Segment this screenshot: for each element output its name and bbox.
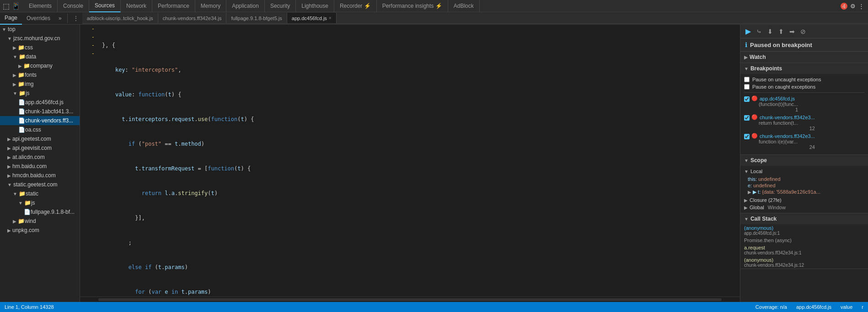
more-options[interactable]: ⋮ xyxy=(70,15,82,21)
expand-arrow-top[interactable]: ▼ xyxy=(2,27,6,32)
tree-item-at-alicdn[interactable]: ▶ at.alicdn.com xyxy=(0,153,80,162)
expand-arrow[interactable]: ▼ xyxy=(13,191,17,196)
tab-adblock[interactable]: AdBlock xyxy=(448,0,480,12)
tab-lighthouse[interactable]: Lighthouse xyxy=(296,0,334,12)
tree-item-js-static[interactable]: ▼ 📁 js xyxy=(0,198,80,207)
tree-item-wind[interactable]: ▶ 📁 wind xyxy=(0,217,80,226)
scope-header[interactable]: ▼ Scope xyxy=(740,155,868,166)
file-tab-fullpage[interactable]: fullpage.9.1.8-bfget5.js xyxy=(226,13,287,24)
resume-button[interactable]: ▶ xyxy=(744,27,752,36)
breakpoints-header[interactable]: ▼ Breakpoints xyxy=(740,63,868,74)
tab-network[interactable]: Network xyxy=(121,0,152,12)
tree-item-fonts[interactable]: ▶ 📁 fonts xyxy=(0,70,80,79)
tree-item-company[interactable]: ▶ 📁 company xyxy=(0,61,80,70)
file-tab-app[interactable]: app.dc456fcd.js × xyxy=(287,13,337,24)
scope-t[interactable]: ▶ ▶ t: {data: '5588a9e126c91a... xyxy=(748,189,861,196)
tree-item-static-folder[interactable]: ▼ 📁 static xyxy=(0,189,80,198)
bp-checkbox-1[interactable] xyxy=(744,96,750,102)
file-tree: ▼ top ▼ jzsc.mohurd.gov.cn ▶ 📁 css ▼ 📁 d… xyxy=(0,25,80,302)
scope-global-label: Global xyxy=(750,205,764,210)
tab-application[interactable]: Application xyxy=(226,0,265,12)
tab-recorder[interactable]: Recorder ⚡ xyxy=(334,0,377,12)
tree-item-unpkg[interactable]: ▶ unpkg.com xyxy=(0,226,80,235)
scope-local-header[interactable]: ▼ Local xyxy=(744,168,864,175)
expand-arrow-data[interactable]: ▼ xyxy=(13,54,17,59)
tree-item-hm-baidu[interactable]: ▶ hm.baidu.com xyxy=(0,162,80,171)
file-tab-chunk-vendors[interactable]: chunk-vendors.ff342e34.js xyxy=(158,13,227,24)
tree-item-css[interactable]: ▶ 📁 css xyxy=(0,43,80,52)
expand-arrow[interactable]: ▶ xyxy=(7,137,11,142)
step-button[interactable]: ➡ xyxy=(788,28,796,35)
tree-label: oa.css xyxy=(25,127,41,133)
tree-label: hmcdn.baidu.com xyxy=(12,172,56,179)
bp-item-1[interactable]: 🔴 app.dc456fcd.js (function(t){func... 1 xyxy=(744,95,864,113)
close-tab-button[interactable]: × xyxy=(329,16,332,21)
tree-item-hmcdn-baidu[interactable]: ▶ hmcdn.baidu.com xyxy=(0,171,80,180)
pause-caught-checkbox[interactable] xyxy=(744,84,750,90)
expand-arrow[interactable]: ▶ xyxy=(13,219,16,224)
sub-toolbar-more[interactable]: » xyxy=(55,15,65,21)
tab-performance[interactable]: Performance xyxy=(152,0,195,12)
tree-item-api-geetest[interactable]: ▶ api.geetest.com xyxy=(0,134,80,143)
step-out-button[interactable]: ⬆ xyxy=(777,28,785,35)
callstack-item-2[interactable]: a.request chunk-vendors.ff342e34.js:1 xyxy=(740,244,868,256)
expand-arrow-jzsc[interactable]: ▼ xyxy=(7,36,12,41)
expand-arrow[interactable]: ▶ xyxy=(7,228,11,233)
tree-item-domain-jzsc[interactable]: ▼ jzsc.mohurd.gov.cn xyxy=(0,34,80,43)
step-over-button[interactable]: ⤷ xyxy=(755,28,763,35)
bp-checkbox-2[interactable] xyxy=(744,115,750,121)
inspect-icon[interactable]: ⬚ xyxy=(3,2,10,11)
expand-arrow-company[interactable]: ▶ xyxy=(18,63,22,69)
tree-item-api-geevisit[interactable]: ▶ api.geevisit.com xyxy=(0,143,80,153)
expand-arrow[interactable]: ▼ xyxy=(7,182,12,187)
expand-arrow[interactable]: ▶ xyxy=(7,146,11,151)
tree-item-js[interactable]: ▼ 📁 js xyxy=(0,89,80,98)
scope-global-header[interactable]: ▶ Global Window xyxy=(744,204,864,211)
file-tab-adblock[interactable]: adblock-uiscrip..tclick_hook.js xyxy=(82,13,158,24)
step-into-button[interactable]: ⬇ xyxy=(766,28,774,35)
settings-icon[interactable]: ⚙ xyxy=(850,3,856,10)
tree-item-chunk1[interactable]: 📄 chunk-1abcfd41.3... xyxy=(0,107,80,116)
bp-item-2[interactable]: 🔴 chunk-vendors.ff342e3... return functi… xyxy=(744,113,864,132)
code-editor[interactable]: - - - - xyxy=(80,25,740,296)
scope-closure-header[interactable]: ▶ Closure (27fe) xyxy=(744,196,864,204)
sub-tab-overrides[interactable]: Overrides xyxy=(22,12,55,25)
expand-arrow-img[interactable]: ▶ xyxy=(13,82,16,87)
tab-memory[interactable]: Memory xyxy=(195,0,226,12)
callstack-item-3[interactable]: (anonymous) chunk-vendors.ff342e34.js:12 xyxy=(740,256,868,269)
tab-elements[interactable]: Elements xyxy=(23,0,58,12)
expand-arrow-js[interactable]: ▼ xyxy=(13,91,17,96)
callstack-item-1[interactable]: (anonymous) app.dc456fcd.js:1 xyxy=(740,224,868,237)
sub-tab-page[interactable]: Page xyxy=(0,12,22,25)
tab-security[interactable]: Security xyxy=(265,0,296,12)
horizontal-scrollbar[interactable] xyxy=(80,296,740,302)
pause-uncaught-checkbox[interactable] xyxy=(744,77,750,82)
pause-uncaught-item[interactable]: Pause on uncaught exceptions xyxy=(744,76,864,83)
expand-arrow[interactable]: ▼ xyxy=(18,201,23,206)
expand-arrow[interactable]: ▶ xyxy=(7,173,11,178)
pause-caught-item[interactable]: Pause on caught exceptions xyxy=(744,83,864,90)
deactivate-button[interactable]: ⊘ xyxy=(799,28,807,35)
expand-arrow[interactable]: ▶ xyxy=(7,155,11,160)
tree-item-chunk-vendors[interactable]: 📄 chunk-vendors.ff3... xyxy=(0,116,80,125)
expand-arrow-fonts[interactable]: ▶ xyxy=(13,73,16,78)
tree-item-static-geetest[interactable]: ▼ static.geetest.com xyxy=(0,180,80,189)
tree-item-oa-css[interactable]: 📄 oa.css xyxy=(0,125,80,134)
tab-console[interactable]: Console xyxy=(58,0,89,12)
call-stack-header[interactable]: ▼ Call Stack xyxy=(740,213,868,224)
tab-sources[interactable]: Sources xyxy=(89,0,121,12)
device-icon[interactable]: 📱 xyxy=(11,2,21,11)
watch-header[interactable]: ▶ Watch xyxy=(740,52,868,63)
more-options-icon[interactable]: ⋮ xyxy=(858,3,864,10)
expand-arrow[interactable]: ▶ xyxy=(7,164,11,169)
tree-item-app-js[interactable]: 📄 app.dc456fcd.js xyxy=(0,98,80,107)
tab-performance-insights[interactable]: Performance insights ⚡ xyxy=(377,0,448,12)
breakpoints-arrow: ▼ xyxy=(744,66,749,71)
tree-item-top[interactable]: ▼ top xyxy=(0,25,80,34)
expand-arrow-css[interactable]: ▶ xyxy=(13,45,16,50)
bp-checkbox-3[interactable] xyxy=(744,134,750,139)
bp-item-3[interactable]: 🔴 chunk-vendors.ff342e3... function i(e)… xyxy=(744,132,864,151)
tree-item-data[interactable]: ▼ 📁 data xyxy=(0,52,80,61)
tree-item-img[interactable]: ▶ 📁 img xyxy=(0,79,80,89)
tree-item-fullpage[interactable]: 📄 fullpage.9.1.8-bf... xyxy=(0,207,80,217)
